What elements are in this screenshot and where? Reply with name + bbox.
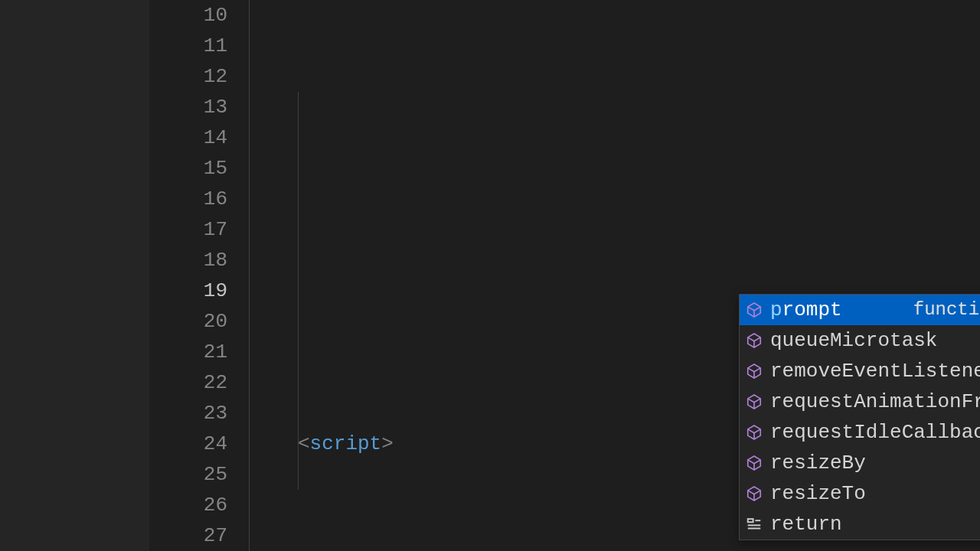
tag-bracket: >	[381, 429, 394, 459]
line-number: 25	[149, 459, 227, 490]
suggestion-label: queueMicrotask	[770, 325, 937, 356]
suggestion-item[interactable]: queueMicrotask	[740, 325, 980, 356]
line-number: 23	[149, 398, 227, 429]
line-number: 26	[149, 490, 227, 520]
line-number: 27	[149, 520, 227, 551]
method-icon	[744, 453, 764, 473]
suggestion-item[interactable]: resizeTo	[740, 478, 980, 509]
method-icon	[744, 361, 764, 381]
line-number: 21	[149, 337, 227, 367]
tag-bracket: <	[298, 429, 310, 459]
line-number: 22	[149, 367, 227, 398]
method-icon	[744, 484, 764, 504]
code-line[interactable]	[249, 214, 980, 245]
suggestion-item[interactable]: return	[740, 509, 980, 540]
line-number-gutter: 101112131415161718192021222324252627	[149, 0, 249, 551]
line-number: 24	[149, 429, 227, 459]
suggestion-item[interactable]: resizeBy	[740, 448, 980, 478]
suggestion-label: prompt	[770, 295, 842, 325]
method-icon	[744, 300, 764, 320]
suggestion-item[interactable]: requestAnimationFrame	[740, 386, 980, 417]
tag-name: script	[310, 429, 382, 459]
line-number: 14	[149, 122, 227, 153]
intellisense-popup[interactable]: promptfunction prompt(message?: stqueueM…	[739, 294, 980, 540]
line-number: 15	[149, 153, 227, 184]
suggestion-item[interactable]: promptfunction prompt(message?: st	[740, 295, 980, 325]
line-number: 17	[149, 214, 227, 245]
suggestion-item[interactable]: removeEventListener	[740, 356, 980, 386]
line-number: 10	[149, 0, 227, 31]
line-number: 11	[149, 31, 227, 61]
suggestion-detail: function prompt(message?: st	[913, 295, 980, 325]
suggestion-label: resizeTo	[770, 478, 866, 509]
line-number: 13	[149, 92, 227, 122]
keyword-icon	[744, 514, 764, 534]
suggestion-item[interactable]: requestIdleCallback	[740, 417, 980, 448]
code-editor[interactable]: 101112131415161718192021222324252627 <sc…	[0, 0, 980, 551]
activity-bar	[0, 0, 149, 551]
svg-rect-0	[748, 519, 753, 522]
line-number: 19	[149, 276, 227, 306]
line-number: 16	[149, 184, 227, 214]
line-number: 18	[149, 245, 227, 276]
line-number: 12	[149, 61, 227, 92]
suggestion-label: removeEventListener	[770, 356, 980, 386]
line-number: 20	[149, 306, 227, 337]
suggestion-label: resizeBy	[770, 448, 866, 478]
method-icon	[744, 392, 764, 412]
code-area[interactable]: <script> var num,round,sum; var confirme…	[249, 0, 980, 551]
suggestion-label: requestAnimationFrame	[770, 386, 980, 417]
method-icon	[744, 331, 764, 350]
method-icon	[744, 422, 764, 442]
suggestion-label: return	[770, 509, 842, 540]
code-line[interactable]	[249, 122, 980, 153]
suggestion-label: requestIdleCallback	[770, 417, 980, 448]
